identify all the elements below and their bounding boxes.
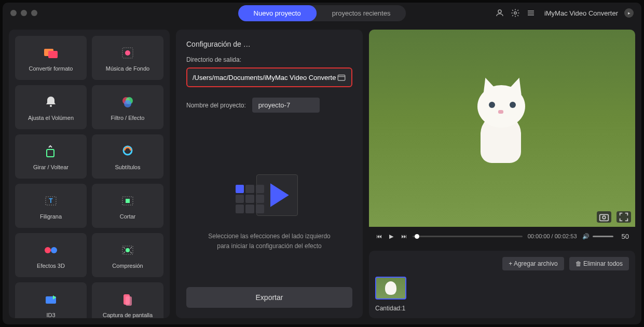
placeholder-graphic	[236, 169, 303, 221]
compress-icon	[119, 242, 136, 258]
video-canvas[interactable]	[369, 30, 635, 227]
svg-point-12	[124, 100, 131, 107]
tool-label: Girar / Voltear	[33, 164, 68, 170]
menu-icon[interactable]	[526, 8, 536, 18]
volume-icon[interactable]: 🔊	[582, 233, 590, 240]
snapshot-icon[interactable]	[597, 211, 611, 223]
tool-filter-effect[interactable]: Filtro / Efecto	[92, 85, 163, 129]
tool-label: Subtítulos	[115, 164, 141, 170]
user-icon[interactable]	[495, 8, 504, 18]
id3-icon	[43, 291, 59, 308]
project-name-label: Nombre del proyecto:	[186, 102, 246, 109]
svg-rect-18	[126, 199, 130, 203]
convert-format-icon	[43, 45, 59, 61]
svg-point-8	[125, 50, 130, 56]
tools-sidebar: Convertir formato Música de Fondo Ajusta…	[9, 30, 170, 318]
video-preview: ⏮ ▶ ⏭ 00:00:00 / 00:02:53 🔊 50	[369, 30, 635, 246]
rotate-icon	[43, 143, 59, 160]
svg-rect-25	[126, 296, 132, 306]
tool-subtitles[interactable]: Subtítulos	[92, 134, 163, 179]
tool-adjust-volume[interactable]: Ajusta el Volúmen	[15, 85, 87, 129]
tool-label: Cortar	[120, 213, 136, 220]
tool-label: Filigrana	[40, 213, 62, 220]
svg-point-1	[514, 12, 517, 15]
maximize-dot[interactable]	[31, 10, 37, 16]
preview-image	[466, 80, 539, 168]
tool-background-music[interactable]: Música de Fondo	[92, 36, 163, 80]
minimize-dot[interactable]	[21, 10, 27, 16]
player-controls: ⏮ ▶ ⏭ 00:00:00 / 00:02:53 🔊 50	[369, 227, 635, 246]
svg-rect-6	[48, 51, 58, 58]
svg-point-22	[126, 248, 130, 252]
gear-icon[interactable]	[511, 8, 520, 18]
tool-convert-format[interactable]: Convertir formato	[15, 36, 87, 80]
close-dot[interactable]	[10, 10, 17, 16]
next-button[interactable]: ⏭	[400, 233, 407, 239]
filter-icon	[119, 94, 136, 111]
add-file-button[interactable]: + Agregar archivo	[502, 257, 564, 270]
play-button[interactable]: ▶	[388, 233, 395, 240]
svg-rect-26	[338, 75, 345, 81]
tool-id3[interactable]: ID3	[15, 282, 87, 318]
tool-label: Filtro / Efecto	[111, 115, 145, 121]
project-name-input[interactable]	[252, 98, 320, 113]
remove-all-label: Eliminar todos	[583, 260, 623, 267]
placeholder-text: Seleccione las efecciones del lado izqui…	[204, 231, 334, 251]
tab-recent-projects[interactable]: proyectos recientes	[317, 5, 406, 21]
remove-all-button[interactable]: 🗑 Eliminar todos	[569, 257, 629, 270]
watermark-icon: T	[43, 193, 59, 209]
tool-label: Música de Fondo	[106, 65, 149, 72]
svg-rect-27	[600, 214, 609, 221]
prev-button[interactable]: ⏮	[375, 233, 382, 239]
app-title: iMyMac Video Converter	[544, 9, 618, 17]
svg-point-9	[50, 105, 52, 107]
music-icon	[119, 45, 136, 61]
output-dir-label: Directorio de salida:	[186, 56, 352, 63]
svg-point-20	[51, 247, 57, 253]
config-panel: Configuración de … Directorio de salida:…	[176, 30, 363, 318]
svg-text:T: T	[49, 197, 53, 205]
folder-browse-icon[interactable]	[337, 73, 346, 82]
file-count: Cantidad:1	[375, 305, 629, 312]
project-tabs: Nuevo proyecto proyectos recientes	[238, 5, 406, 21]
svg-point-19	[45, 247, 51, 253]
glasses-3d-icon	[43, 242, 59, 258]
tool-label: Efectos 3D	[37, 263, 65, 269]
tool-label: Convertir formato	[29, 65, 73, 72]
tool-label: Compresión	[112, 263, 143, 269]
tool-rotate-flip[interactable]: Girar / Voltear	[15, 134, 87, 179]
tool-screenshot[interactable]: Captura de pantalla	[92, 282, 163, 318]
app-badge-icon: ▸	[624, 8, 634, 18]
tool-cut[interactable]: Cortar	[92, 184, 163, 228]
svg-rect-13	[47, 149, 54, 157]
screenshot-icon	[119, 291, 136, 308]
svg-point-0	[498, 10, 501, 13]
volume-slider[interactable]	[593, 236, 613, 237]
subtitles-icon	[119, 143, 136, 160]
svg-point-28	[602, 216, 606, 219]
tool-watermark[interactable]: T Filigrana	[15, 184, 87, 228]
tab-new-project[interactable]: Nuevo proyecto	[238, 5, 317, 21]
output-dir-field[interactable]: /Users/mac/Documents/iMyMac Video Conver…	[186, 67, 352, 87]
file-list-panel: + Agregar archivo 🗑 Eliminar todos Canti…	[369, 251, 635, 318]
tool-label: Ajusta el Volúmen	[28, 115, 74, 121]
file-thumbnail[interactable]	[375, 277, 406, 299]
add-file-label: Agregar archivo	[514, 260, 558, 267]
tool-label: ID3	[46, 312, 55, 318]
export-button[interactable]: Exportar	[186, 287, 352, 308]
config-title: Configuración de …	[186, 40, 352, 48]
progress-bar[interactable]	[413, 236, 523, 237]
fullscreen-icon[interactable]	[616, 211, 631, 223]
titlebar: Nuevo proyecto proyectos recientes iMyMa…	[3, 3, 641, 23]
bell-icon	[43, 94, 59, 111]
cut-icon	[119, 193, 136, 209]
time-display: 00:00:00 / 00:02:53	[528, 233, 577, 239]
effect-placeholder: Seleccione las efecciones del lado izqui…	[186, 133, 352, 287]
tool-3d-effects[interactable]: Efectos 3D	[15, 233, 87, 277]
output-dir-value: /Users/mac/Documents/iMyMac Video Conver…	[193, 74, 337, 81]
volume-value: 50	[622, 233, 629, 240]
window-controls	[10, 10, 37, 16]
tool-compression[interactable]: Compresión	[92, 233, 163, 277]
tool-label: Captura de pantalla	[103, 312, 153, 318]
